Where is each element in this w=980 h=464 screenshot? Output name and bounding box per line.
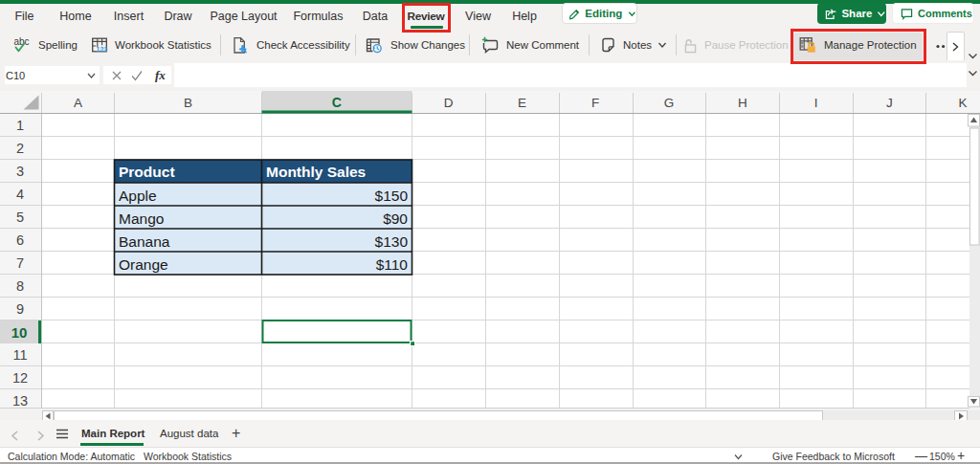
svg-text:Product: Product (119, 164, 175, 180)
svg-text:F: F (591, 96, 599, 110)
svg-text:1: 1 (16, 118, 24, 133)
svg-text:Mango: Mango (119, 210, 164, 227)
svg-text:6: 6 (16, 232, 24, 248)
svg-text:J: J (886, 96, 893, 110)
svg-text:7: 7 (16, 255, 24, 271)
svg-text:K: K (958, 96, 967, 110)
svg-text:2: 2 (16, 141, 24, 156)
svg-text:G: G (664, 96, 675, 110)
svg-text:C: C (332, 95, 342, 110)
svg-text:Apple: Apple (119, 188, 157, 204)
svg-text:12: 12 (12, 370, 28, 386)
svg-text:D: D (444, 96, 454, 110)
svg-text:10: 10 (11, 324, 28, 341)
svg-text:11: 11 (12, 347, 27, 363)
svg-text:8: 8 (16, 278, 24, 294)
svg-text:I: I (814, 96, 818, 110)
svg-text:4: 4 (16, 187, 24, 202)
svg-text:abc: abc (14, 36, 30, 47)
svg-text:$90: $90 (383, 210, 408, 227)
svg-text:$110: $110 (376, 256, 409, 273)
svg-text:5: 5 (16, 210, 24, 225)
svg-text:H: H (738, 96, 747, 110)
svg-text:$130: $130 (375, 233, 409, 250)
svg-text:3: 3 (16, 164, 24, 179)
svg-text:$150: $150 (375, 188, 409, 204)
svg-text:Banana: Banana (119, 233, 170, 250)
svg-text:9: 9 (16, 301, 24, 317)
svg-text:Monthly Sales: Monthly Sales (266, 164, 366, 180)
svg-text:E: E (518, 96, 526, 110)
svg-text:B: B (184, 96, 192, 110)
svg-text:Orange: Orange (119, 256, 168, 273)
svg-text:13: 13 (12, 393, 28, 409)
svg-text:123: 123 (97, 46, 108, 53)
svg-text:A: A (74, 96, 82, 110)
